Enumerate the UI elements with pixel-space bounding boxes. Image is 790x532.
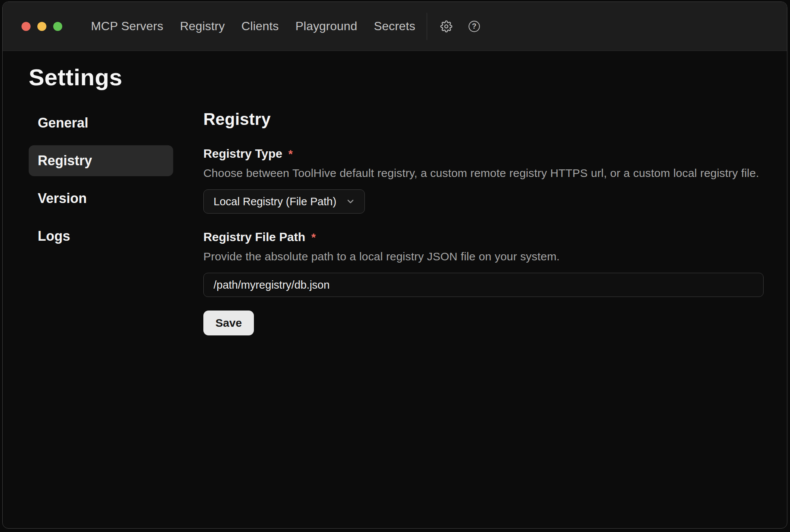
registry-settings-panel: Registry Registry Type * Choose between … — [203, 108, 764, 335]
nav-registry[interactable]: Registry — [180, 19, 225, 33]
nav-mcp-servers[interactable]: MCP Servers — [91, 19, 163, 33]
settings-sidebar: General Registry Version Logs — [29, 108, 173, 335]
sidebar-item-general[interactable]: General — [29, 108, 173, 138]
required-asterisk: * — [288, 148, 293, 160]
top-nav: MCP Servers Registry Clients Playground … — [91, 19, 415, 33]
nav-secrets[interactable]: Secrets — [374, 19, 415, 33]
nav-clients[interactable]: Clients — [241, 19, 279, 33]
registry-type-select[interactable]: Local Registry (File Path) — [203, 189, 365, 214]
help-button[interactable]: ? — [468, 20, 481, 33]
nav-playground[interactable]: Playground — [295, 19, 357, 33]
registry-file-path-description: Provide the absolute path to a local reg… — [203, 250, 764, 263]
app-window: MCP Servers Registry Clients Playground … — [2, 2, 787, 529]
page-title: Settings — [29, 65, 764, 90]
zoom-window-button[interactable] — [53, 22, 62, 31]
gear-icon — [440, 20, 452, 32]
registry-type-label: Registry Type — [203, 147, 282, 161]
title-bar: MCP Servers Registry Clients Playground … — [3, 2, 787, 51]
sidebar-item-logs[interactable]: Logs — [29, 221, 173, 252]
titlebar-divider — [427, 13, 427, 40]
registry-type-description: Choose between ToolHive default registry… — [203, 167, 764, 180]
help-icon: ? — [469, 21, 480, 32]
close-window-button[interactable] — [22, 22, 31, 31]
registry-type-field: Registry Type * Choose between ToolHive … — [203, 147, 764, 214]
traffic-lights — [22, 22, 62, 31]
save-button[interactable]: Save — [203, 311, 254, 335]
registry-type-selected-value: Local Registry (File Path) — [214, 195, 337, 208]
minimize-window-button[interactable] — [37, 22, 46, 31]
chevron-down-icon — [346, 197, 355, 206]
required-asterisk: * — [311, 231, 316, 244]
registry-file-path-field: Registry File Path * Provide the absolut… — [203, 230, 764, 297]
registry-file-path-input[interactable] — [203, 273, 764, 297]
sidebar-item-registry[interactable]: Registry — [29, 145, 173, 176]
settings-gear-icon[interactable] — [440, 20, 453, 33]
settings-page: Settings General Registry Version Logs R… — [3, 51, 787, 528]
registry-file-path-label: Registry File Path — [203, 230, 305, 244]
titlebar-icons: ? — [440, 20, 481, 33]
section-heading: Registry — [203, 110, 764, 129]
sidebar-item-version[interactable]: Version — [29, 183, 173, 214]
